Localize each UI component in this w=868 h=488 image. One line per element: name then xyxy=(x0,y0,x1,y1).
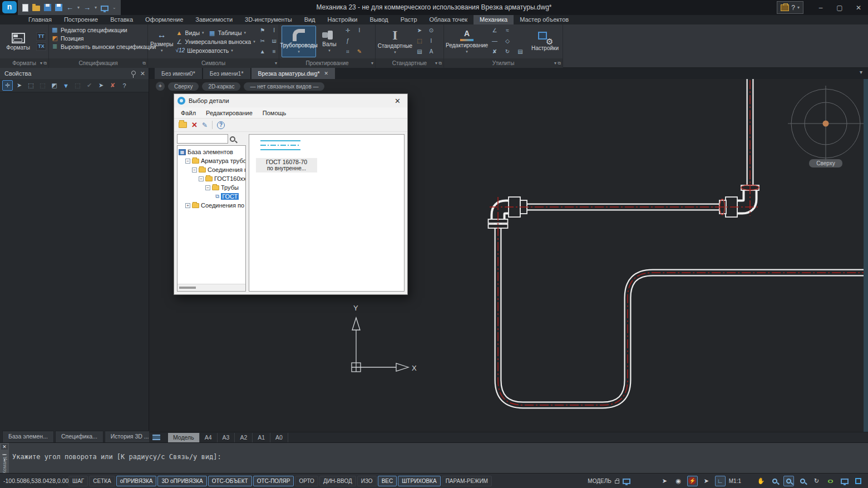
layout-tab-a4[interactable]: А4 xyxy=(200,433,218,442)
dialog-menu-edit[interactable]: Редактирование xyxy=(201,110,257,116)
panel-tab-history3d[interactable]: История 3D ... xyxy=(105,431,155,442)
dialog-delete-icon[interactable]: ✕ xyxy=(191,121,198,129)
tree-item-soedineniya-n[interactable]: + Соединения по н xyxy=(179,201,245,210)
selection-filter-button[interactable]: ▼ xyxy=(61,80,71,91)
panel-help-button[interactable]: ? xyxy=(119,80,130,91)
select-window-button[interactable]: ⬚ xyxy=(26,80,36,91)
clear-selection-button[interactable]: ✘ xyxy=(107,80,118,91)
toggle-hatch[interactable]: ШТРИХОВКА xyxy=(398,476,440,486)
layout-list-icon[interactable] xyxy=(152,435,160,440)
toggle-lineweight[interactable]: ВЕС xyxy=(378,476,397,486)
select-corner-button[interactable]: ◩ xyxy=(49,80,60,91)
lock-icon[interactable] xyxy=(615,480,619,484)
viewport-frame-icon[interactable] xyxy=(853,476,864,486)
zoom-icon[interactable] xyxy=(770,476,780,486)
select-cursor-button[interactable]: ➤ xyxy=(14,80,24,91)
toggle-iso[interactable]: ИЗО xyxy=(357,476,377,486)
tree-item-truby[interactable]: − Трубы xyxy=(179,183,245,192)
utils-group-footer[interactable]: Утилиты ▾ ⧉ xyxy=(444,58,563,68)
fastener-icon[interactable]: ✛ xyxy=(343,26,353,35)
part-search-input[interactable] xyxy=(177,134,228,144)
roughness-button[interactable]: √12 Шероховатость▾ xyxy=(176,47,255,54)
panel-tab-spec[interactable]: Специфика... xyxy=(55,431,103,442)
dialog-open-folder-icon[interactable] xyxy=(179,122,187,128)
spec-editor-button[interactable]: ▦ Редактор спецификации xyxy=(51,26,127,33)
rotate-tool-icon[interactable]: ↻ xyxy=(502,47,512,56)
close-button[interactable]: ✕ xyxy=(849,4,868,12)
select-group-button[interactable]: ⬚ xyxy=(72,80,83,91)
dialog-menu-file[interactable]: Файл xyxy=(176,110,200,116)
settings-button[interactable]: ⚙ Настройки xyxy=(530,26,560,57)
toggle-otrack[interactable]: ОТС-ОБЪЕКТ xyxy=(208,476,252,486)
zoom-window-icon[interactable] xyxy=(783,476,794,486)
toggle-3d-osnap[interactable]: 3D оПРИВЯЗКА xyxy=(157,476,206,486)
collapse-icon[interactable]: − xyxy=(185,159,190,164)
tree-item-armatura[interactable]: − Арматура трубопров xyxy=(179,156,245,165)
axis-line-icon[interactable]: — xyxy=(490,37,500,46)
app-logo-icon[interactable]: n xyxy=(2,1,17,13)
doc-tabs-overflow-icon[interactable]: ▾ xyxy=(860,69,862,75)
viewport-controls-button[interactable]: + xyxy=(156,82,165,91)
tab-postroenie[interactable]: Построение xyxy=(58,15,104,24)
help-button[interactable]: ? xyxy=(791,4,795,12)
tree-item-gost160[interactable]: − ГОСТ160xx-7 xyxy=(179,174,245,183)
dialog-help-icon[interactable]: ? xyxy=(217,121,225,129)
formats-button[interactable]: Форматы xyxy=(2,26,34,57)
align-leaders-button[interactable]: ≣ Выровнять выноски спецификации xyxy=(51,43,156,50)
tab-3d-instrumenty[interactable]: 3D-инструменты xyxy=(239,15,298,24)
hole-icon[interactable]: ⊙ xyxy=(426,26,436,35)
standard-parts-button[interactable]: I Стандартные ▾ xyxy=(378,26,412,57)
layout-tab-a3[interactable]: А3 xyxy=(218,433,235,442)
collapse-icon[interactable]: − xyxy=(199,176,204,181)
selection-cycling-icon[interactable]: ➤ xyxy=(701,476,712,486)
shafts-button[interactable]: Валы ▾ xyxy=(318,26,341,57)
undo-dropdown-icon[interactable]: ▾ xyxy=(77,5,80,10)
spec-group-footer[interactable]: Спецификация ⧉ xyxy=(49,58,147,68)
ruler-tool-icon[interactable]: ✎ xyxy=(354,47,364,56)
text-tx-button[interactable]: TX xyxy=(36,42,46,51)
help-dropdown-icon[interactable]: ▾ xyxy=(797,5,800,10)
layout-tab-a0[interactable]: А0 xyxy=(270,433,288,442)
standard-group-footer[interactable]: Стандартные ▾ ⧉ xyxy=(376,58,443,68)
design-group-footer[interactable]: Проектирование ▾ xyxy=(279,58,375,68)
search-icon[interactable] xyxy=(230,136,235,142)
isolate-objects-icon[interactable]: O xyxy=(825,477,836,485)
center-mark-icon[interactable]: ◇ xyxy=(502,37,512,46)
view-direction-pill[interactable]: Сверху xyxy=(168,82,199,91)
dialog-edit-icon[interactable]: ✎ xyxy=(202,121,208,129)
array-tool-icon[interactable]: ▤ xyxy=(515,47,525,56)
display-icon[interactable] xyxy=(623,479,630,484)
layout-tab-a1[interactable]: А1 xyxy=(253,433,270,442)
zoom-extents-icon[interactable] xyxy=(797,476,808,486)
toggle-grid[interactable]: СЕТКА xyxy=(89,476,115,486)
tab-rastr[interactable]: Растр xyxy=(394,15,423,24)
panel-tab-base[interactable]: База элемен... xyxy=(2,431,54,442)
layout-tab-model[interactable]: Модель xyxy=(168,433,200,442)
wave-line-icon[interactable]: ≈ xyxy=(502,26,512,35)
expand-icon[interactable]: + xyxy=(185,203,190,208)
dimensions-button[interactable]: ↔ Размеры ▾ xyxy=(150,26,174,57)
section-symbol-icon[interactable]: ✂ xyxy=(258,37,268,46)
collapse-icon[interactable]: − xyxy=(205,185,210,190)
bulb-icon[interactable]: ◉ xyxy=(673,476,684,486)
tab-oformlenie[interactable]: Оформление xyxy=(139,15,189,24)
tolerance-symbol-icon[interactable]: I xyxy=(269,26,279,35)
tables-button[interactable]: ▦ Таблицы▾ xyxy=(209,29,246,37)
ucs-toggle-icon[interactable]: ∟ xyxy=(715,476,726,486)
select-standard-icon[interactable]: ➤ xyxy=(415,26,425,35)
apply-selection-button[interactable]: ✔ xyxy=(84,80,95,91)
hatch-tool-icon[interactable]: ✘ xyxy=(490,47,500,56)
redo-dropdown-icon[interactable]: ▾ xyxy=(95,5,97,10)
redo-icon[interactable]: → xyxy=(83,4,91,12)
qat-customize-icon[interactable]: ⌄ xyxy=(112,5,116,10)
profile-icon[interactable]: I xyxy=(426,37,436,46)
model-space-label[interactable]: МОДЕЛЬ xyxy=(588,478,611,484)
minimize-button[interactable]: – xyxy=(811,4,830,12)
tree-item-gost-selected[interactable]: ⧉ ГОСТ xyxy=(179,192,245,201)
linked-views-pill[interactable]: — нет связанных видов — xyxy=(244,82,324,91)
toggle-osnap[interactable]: оПРИВЯЗКА xyxy=(116,476,157,486)
formats-group-footer[interactable]: Форматы ▾ ⧉ xyxy=(0,58,48,68)
doc-tab-untitled0[interactable]: Без имени0* xyxy=(155,68,202,79)
plot-icon[interactable] xyxy=(101,6,108,11)
visual-style-pill[interactable]: 2D-каркас xyxy=(202,82,240,91)
